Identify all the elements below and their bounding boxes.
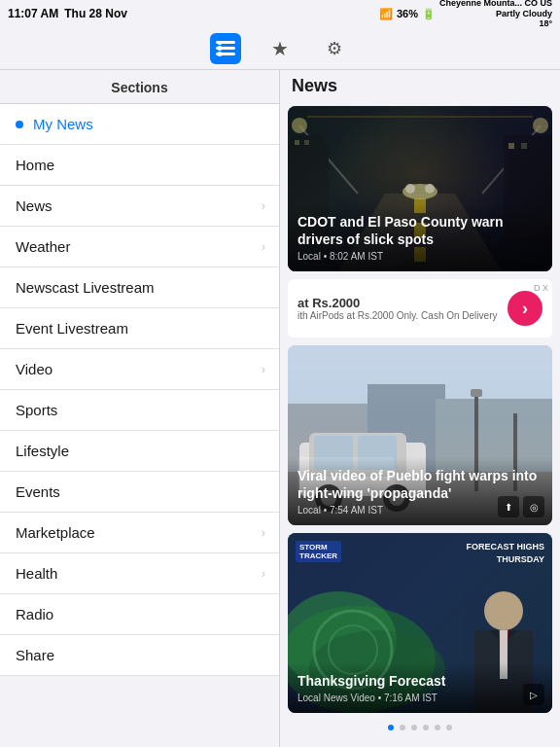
svg-rect-23 — [508, 143, 514, 149]
ad-cta-button[interactable]: › — [508, 291, 542, 326]
favorites-button[interactable]: ★ — [264, 33, 296, 64]
svg-point-17 — [533, 118, 548, 133]
page-dot-6[interactable] — [446, 725, 452, 730]
svg-point-15 — [292, 118, 307, 133]
news-meta: Local • 8:02 AM IST — [298, 251, 542, 262]
storm-tracker-badge: STORMTRACKER — [296, 541, 341, 562]
news-card-3[interactable]: Viral video of Pueblo fight warps into r… — [288, 345, 552, 525]
share-icon[interactable]: ⬆ — [498, 496, 519, 517]
page-dot-2[interactable] — [400, 725, 405, 730]
gear-icon: ⚙ — [327, 38, 342, 59]
sidebar-header: Sections — [0, 70, 279, 104]
svg-rect-22 — [304, 140, 309, 145]
card-action-icons: ⬆ ◎ — [498, 496, 544, 517]
svg-point-4 — [218, 46, 223, 51]
weather-location: Cheyenne Mounta... CO US — [439, 0, 552, 9]
page-dot-1[interactable] — [388, 725, 394, 730]
toolbar: ★ ⚙ — [0, 27, 560, 70]
svg-rect-21 — [295, 140, 299, 145]
sidebar-item-label: Home — [16, 157, 54, 173]
ad-card[interactable]: at Rs.2000 ith AirPods at Rs.2000 Only. … — [288, 279, 552, 338]
svg-point-13 — [425, 184, 435, 194]
sidebar-item-share[interactable]: Share — [0, 635, 279, 676]
chevron-right-icon: › — [262, 525, 265, 540]
sidebar-item-newscast-livestream[interactable]: Newscast Livestream — [0, 267, 279, 308]
star-icon: ★ — [271, 37, 289, 60]
sidebar-item-marketplace[interactable]: Marketplace › — [0, 513, 279, 553]
news-meta: Local News Video • 7:16 AM IST — [298, 693, 542, 703]
sidebar-item-video[interactable]: Video › — [0, 349, 279, 390]
sidebar-item-label: Events — [16, 483, 60, 500]
active-dot — [16, 121, 23, 128]
page-dot-5[interactable] — [435, 725, 440, 730]
svg-rect-40 — [471, 389, 482, 397]
sidebar-item-label: Sports — [16, 402, 57, 418]
time: 11:07 AM — [8, 7, 58, 20]
svg-rect-24 — [521, 143, 527, 149]
settings-button[interactable]: ⚙ — [319, 33, 350, 64]
sidebar-item-label: News — [16, 197, 52, 214]
sections-button[interactable] — [210, 33, 241, 64]
sidebar-item-lifestyle[interactable]: Lifestyle — [0, 431, 279, 472]
card-action-icons: ▷ — [523, 684, 544, 705]
ad-subtext: ith AirPods at Rs.2000 Only. Cash On Del… — [298, 310, 500, 321]
battery-icon: 🔋 — [422, 8, 436, 20]
sidebar-item-news[interactable]: News › — [0, 186, 279, 227]
sidebar-item-radio[interactable]: Radio — [0, 594, 279, 635]
forecast-label: FORECAST HIGHSTHURSDAY — [466, 541, 544, 565]
chevron-right-icon: › — [262, 239, 265, 254]
ad-headline: at Rs.2000 — [298, 296, 500, 310]
news-title: CDOT and El Paso County warn drivers of … — [298, 213, 542, 248]
sidebar-item-label: Radio — [16, 606, 53, 622]
sidebar: Sections My News Home News › Weather › N… — [0, 70, 280, 747]
card-text-overlay: Thanksgiving Forecast Local News Video •… — [288, 662, 552, 713]
news-card-4[interactable]: STORMTRACKER FORECAST HIGHSTHURSDAY Than… — [288, 533, 552, 713]
weather-widget: Cheyenne Mounta... CO US Partly Cloudy 1… — [439, 0, 552, 29]
sidebar-spacer — [0, 676, 279, 747]
sidebar-item-label: Lifestyle — [16, 443, 69, 459]
page-dot-4[interactable] — [423, 725, 429, 730]
svg-rect-20 — [290, 135, 324, 213]
bookmark-icon[interactable]: ◎ — [523, 496, 544, 517]
weather-condition: Partly Cloudy — [496, 9, 552, 19]
ad-content: at Rs.2000 ith AirPods at Rs.2000 Only. … — [298, 296, 500, 321]
wifi-icon: 📶 — [379, 8, 393, 20]
sidebar-item-weather[interactable]: Weather › — [0, 227, 279, 267]
sidebar-item-label: Weather — [16, 238, 70, 255]
chevron-right-icon: › — [262, 362, 265, 376]
sidebar-item-sports[interactable]: Sports — [0, 390, 279, 431]
news-title: Thanksgiving Forecast — [298, 672, 542, 690]
svg-point-3 — [218, 41, 223, 45]
video-icon[interactable]: ▷ — [523, 684, 544, 705]
status-bar: 11:07 AM Thu 28 Nov 📶 36% 🔋 Cheyenne Mou… — [0, 0, 560, 27]
ad-label: D X — [534, 283, 548, 293]
status-right: 📶 36% 🔋 Cheyenne Mounta... CO US Partly … — [379, 0, 552, 29]
ad-badge: D X — [534, 283, 548, 293]
svg-point-12 — [405, 184, 415, 194]
sidebar-item-health[interactable]: Health › — [0, 553, 279, 594]
page-dots — [280, 717, 560, 738]
svg-point-5 — [218, 52, 223, 56]
status-left: 11:07 AM Thu 28 Nov — [8, 7, 127, 20]
sidebar-item-label: Newscast Livestream — [16, 279, 155, 296]
sidebar-item-event-livestream[interactable]: Event Livestream — [0, 308, 279, 349]
sidebar-item-label: Video — [16, 361, 52, 377]
content-header: News — [280, 70, 560, 102]
sidebar-item-label: Health — [16, 565, 57, 582]
sidebar-item-label: Share — [16, 647, 54, 663]
chevron-right-icon: › — [262, 566, 265, 581]
date: Thu 28 Nov — [64, 7, 127, 20]
main-layout: Sections My News Home News › Weather › N… — [0, 70, 560, 747]
svg-point-48 — [484, 591, 523, 630]
card-text-overlay: CDOT and El Paso County warn drivers of … — [288, 203, 552, 271]
sidebar-item-label: My News — [33, 116, 93, 132]
sidebar-item-my-news[interactable]: My News — [0, 104, 279, 145]
news-card-1[interactable]: CDOT and El Paso County warn drivers of … — [288, 106, 552, 271]
page-dot-3[interactable] — [411, 725, 417, 730]
sidebar-item-label: Event Livestream — [16, 320, 128, 337]
sidebar-item-events[interactable]: Events — [0, 472, 279, 513]
battery-level: 36% — [397, 8, 418, 19]
sidebar-item-label: Marketplace — [16, 524, 95, 541]
storm-tracker-logo: STORMTRACKER — [296, 541, 341, 562]
sidebar-item-home[interactable]: Home — [0, 145, 279, 186]
